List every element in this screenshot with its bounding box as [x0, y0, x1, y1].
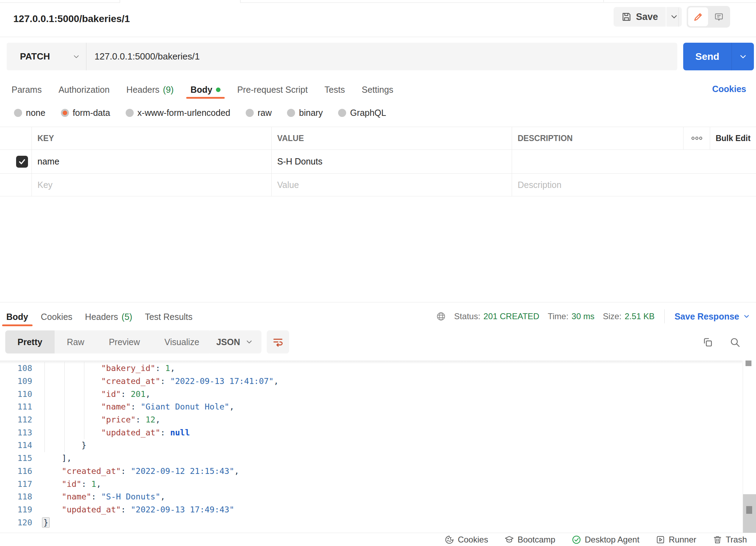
pencil-icon [693, 12, 704, 22]
tab-label: Params [12, 85, 42, 95]
tab-label: Settings [362, 85, 393, 95]
description-column-header: DESCRIPTION [512, 127, 683, 149]
footer-trash-button[interactable]: Trash [713, 535, 747, 545]
response-tab-body[interactable]: Body [6, 307, 28, 327]
cookies-link[interactable]: Cookies [712, 84, 746, 94]
line-number: 112 [0, 415, 42, 425]
line-number: 119 [0, 505, 42, 514]
tab-params[interactable]: Params [12, 80, 42, 99]
value-column-header: VALUE [271, 127, 512, 149]
response-tab-headers[interactable]: Headers(5) [85, 307, 132, 327]
headers-count-badge: (9) [163, 85, 174, 95]
body-mode-options: none form-data x-www-form-urlencoded raw… [14, 106, 386, 120]
tab-label: Authorization [58, 85, 110, 95]
row-checkbox[interactable] [16, 156, 28, 168]
chevron-down-icon [670, 12, 679, 21]
cookie-icon [444, 535, 454, 545]
send-options-button[interactable] [732, 52, 754, 61]
comment-mode-button[interactable] [709, 7, 729, 26]
view-visualize[interactable]: Visualize [152, 330, 212, 354]
chevron-down-icon [245, 338, 253, 346]
line-content: "created_at": "2022-09-12 21:15:43", [42, 466, 239, 476]
mode-raw[interactable]: raw [246, 108, 272, 118]
bootcamp-icon [504, 535, 514, 545]
line-number: 108 [0, 363, 42, 373]
view-pretty[interactable]: Pretty [5, 330, 55, 354]
footer-desktop-agent-button[interactable]: Desktop Agent [572, 535, 639, 545]
mode-none[interactable]: none [14, 108, 46, 118]
line-number: 117 [0, 479, 42, 489]
key-input-placeholder[interactable]: Key [31, 174, 271, 196]
key-column-header: KEY [31, 127, 271, 149]
postman-window: 127.0.0.1:5000/bakeries/1 Save [0, 0, 756, 546]
line-number: 115 [0, 453, 42, 463]
tab-strip-border-left [0, 2, 120, 3]
footer-cookies-button[interactable]: Cookies [444, 535, 488, 545]
placeholder-checkbox-cell [0, 174, 31, 196]
status-bar: Cookies Bootcamp Desktop Agent [0, 533, 756, 546]
send-button[interactable]: Send [683, 51, 732, 62]
footer-label: Bootcamp [518, 535, 555, 545]
mode-form-data[interactable]: form-data [61, 108, 110, 118]
tab-pre-request-script[interactable]: Pre-request Script [237, 80, 308, 99]
response-tabs: Body Cookies Headers(5) Test Results [6, 307, 192, 327]
description-input-placeholder[interactable]: Description [512, 174, 756, 196]
line-number: 120 [0, 518, 42, 527]
bulk-edit-button[interactable]: Bulk Edit [710, 127, 756, 149]
value-input-placeholder[interactable]: Value [271, 174, 512, 196]
tab-authorization[interactable]: Authorization [58, 80, 110, 99]
url-input[interactable]: 127.0.0.1:5000/bakeries/1 [86, 51, 200, 62]
mode-binary[interactable]: binary [287, 108, 323, 118]
check-icon [18, 158, 26, 166]
description-cell[interactable] [512, 150, 756, 173]
tab-settings[interactable]: Settings [362, 80, 393, 99]
method-selector[interactable]: PATCH [7, 51, 86, 62]
tab-label: Tests [324, 85, 345, 95]
request-tabs: Params Authorization Headers(9) Body Pre… [12, 80, 393, 99]
comment-icon [714, 12, 724, 22]
wrap-lines-button[interactable] [267, 330, 289, 354]
edit-mode-button[interactable] [688, 7, 708, 26]
code-line: 112 "price": 12, [0, 413, 756, 426]
search-response-button[interactable] [727, 335, 743, 350]
view-raw[interactable]: Raw [55, 330, 97, 354]
view-preview[interactable]: Preview [97, 330, 152, 354]
radio-icon [126, 109, 134, 117]
trash-icon [713, 535, 722, 545]
time-pair: Time: 30 ms [548, 312, 594, 321]
time-value: 30 ms [572, 312, 594, 321]
response-tab-cookies[interactable]: Cookies [41, 307, 72, 327]
mode-label: GraphQL [350, 108, 386, 118]
line-number: 118 [0, 492, 42, 502]
mode-label: form-data [73, 108, 110, 118]
tab-tests[interactable]: Tests [324, 80, 345, 99]
copy-icon [702, 337, 713, 348]
footer-runner-button[interactable]: Runner [656, 535, 696, 545]
save-response-button[interactable]: Save Response [674, 312, 750, 322]
line-content: "updated_at": "2022-09-13 17:49:43" [42, 505, 234, 514]
meta-divider [664, 309, 665, 323]
save-options-button[interactable] [666, 7, 682, 27]
line-content: "id": 201, [42, 389, 150, 399]
value-cell[interactable]: S-H Donuts [271, 150, 512, 173]
code-line: 108 "bakery_id": 1, [0, 362, 756, 375]
tab-headers[interactable]: Headers(9) [126, 80, 174, 99]
mode-graphql[interactable]: GraphQL [338, 108, 386, 118]
footer-bootcamp-button[interactable]: Bootcamp [504, 535, 555, 545]
tab-body[interactable]: Body [190, 80, 220, 99]
mode-x-www-form-urlencoded[interactable]: x-www-form-urlencoded [126, 108, 230, 118]
chevron-down-icon [72, 52, 80, 61]
format-selector[interactable]: JSON [208, 330, 261, 354]
floppy-icon [621, 12, 632, 22]
globe-icon[interactable] [436, 312, 446, 321]
more-options-icon[interactable] [683, 127, 710, 149]
scrollbar-fragment [746, 360, 751, 366]
key-cell[interactable]: name [31, 150, 271, 173]
code-scrollbar-thumb[interactable] [743, 494, 756, 533]
copy-response-button[interactable] [700, 335, 715, 350]
body-modified-dot [216, 88, 220, 92]
response-tab-test-results[interactable]: Test Results [145, 307, 192, 327]
response-separator [0, 302, 756, 302]
response-body-code[interactable]: 108 "bakery_id": 1, 109 "created_at": "2… [0, 360, 756, 533]
save-button[interactable]: Save [614, 7, 666, 27]
